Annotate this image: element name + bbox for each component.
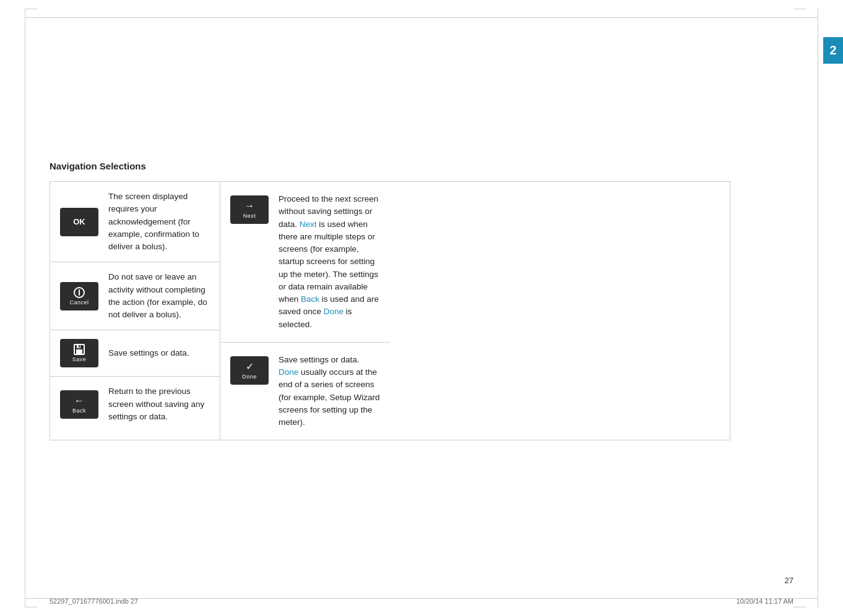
next-row: → Next Proceed to the next screen withou…	[220, 182, 390, 343]
tick-bottom-right-h	[793, 607, 806, 607]
done-desc-part1: Save settings or data.	[279, 355, 360, 364]
tick-top-left-h	[25, 9, 37, 9]
page-number: 27	[785, 576, 793, 585]
svg-rect-3	[79, 345, 80, 348]
footer-right: 10/20/14 11:17 AM	[737, 597, 793, 605]
done-keyword-done: Done	[279, 367, 298, 377]
svg-rect-1	[76, 349, 82, 354]
save-description: Save settings or data.	[108, 347, 210, 359]
cancel-label: Cancel	[69, 299, 89, 306]
save-button-icon: Save	[60, 339, 98, 367]
left-column: OK The screen displayed requires your ac…	[50, 182, 220, 440]
cancel-icon	[74, 287, 85, 298]
ok-description: The screen displayed requires your ackno…	[108, 190, 210, 253]
next-label: Next	[243, 213, 256, 219]
next-description: Proceed to the next screen without savin…	[279, 193, 380, 331]
save-row: Save Save settings or data.	[50, 330, 220, 377]
section-title: Navigation Selections	[50, 161, 793, 171]
save-label: Save	[72, 356, 87, 362]
cancel-button-icon: Cancel	[60, 282, 98, 310]
next-keyword-done: Done	[324, 307, 344, 316]
chapter-tab: 2	[823, 37, 843, 64]
ok-icon: OK	[73, 217, 85, 226]
ok-row: OK The screen displayed requires your ac…	[50, 182, 220, 262]
ok-button-icon: OK	[60, 208, 98, 236]
next-keyword-back: Back	[301, 294, 319, 304]
border-top	[25, 17, 818, 18]
back-button-icon: ← Back	[60, 390, 98, 419]
save-icon	[74, 344, 85, 355]
done-icon: ✓	[246, 361, 254, 372]
main-content: Navigation Selections OK The screen disp…	[50, 49, 793, 440]
back-row: ← Back Return to the previous screen wit…	[50, 377, 220, 432]
back-icon: ←	[74, 395, 84, 406]
right-column: → Next Proceed to the next screen withou…	[220, 182, 390, 440]
navigation-table: OK The screen displayed requires your ac…	[50, 181, 730, 440]
tick-bottom-right-v	[818, 599, 818, 607]
border-right	[818, 17, 818, 599]
tick-bottom-left-v	[25, 599, 25, 607]
done-button-icon: ✓ Done	[230, 356, 269, 385]
tick-bottom-left-h	[25, 607, 37, 607]
footer-left: 52297_07167776001.indb 27	[50, 597, 138, 605]
tick-top-right-h	[793, 9, 806, 9]
next-button-icon: → Next	[230, 195, 269, 224]
back-description: Return to the previous screen without sa…	[108, 385, 210, 423]
tick-top-left-v	[25, 9, 25, 17]
back-label: Back	[72, 408, 86, 414]
tick-top-right-v	[818, 9, 818, 17]
done-label: Done	[242, 374, 257, 380]
border-left	[25, 17, 25, 599]
cancel-description: Do not save or leave an activity without…	[108, 271, 210, 321]
done-row: ✓ Done Save settings or data. Done usual…	[220, 343, 390, 440]
next-icon: →	[244, 200, 254, 212]
next-desc-part2: is used when there are multiple steps or…	[279, 220, 378, 304]
done-description: Save settings or data. Done usually occu…	[279, 354, 380, 429]
border-bottom	[25, 598, 818, 599]
cancel-row: Cancel Do not save or leave an activity …	[50, 262, 220, 330]
chapter-number: 2	[829, 43, 836, 58]
next-keyword-next: Next	[300, 220, 317, 229]
